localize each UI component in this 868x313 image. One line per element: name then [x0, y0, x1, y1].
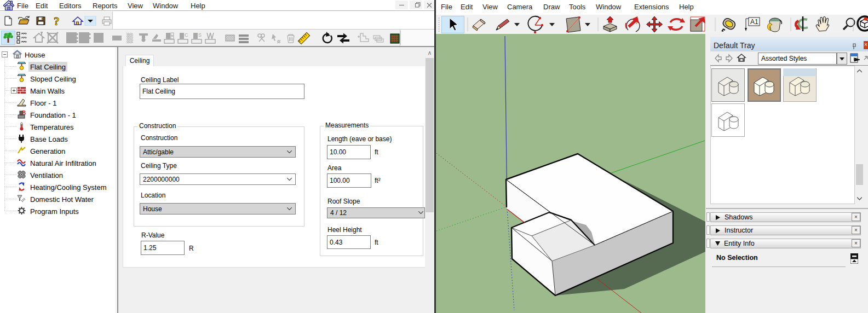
svg-text:S: S: [198, 32, 202, 38]
svg-text:A1: A1: [750, 18, 758, 26]
svg-text:B: B: [22, 110, 26, 116]
svg-text:C: C: [185, 32, 188, 38]
svg-text:?: ?: [54, 16, 60, 26]
